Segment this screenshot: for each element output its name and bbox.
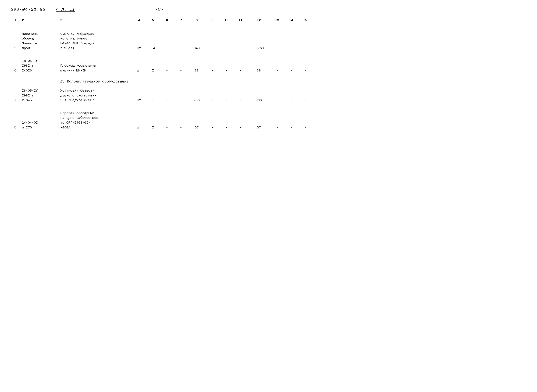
row-6-col10: - [219, 68, 233, 73]
col-header-11: II [233, 18, 247, 23]
row-5-col7: - [174, 46, 188, 51]
row-6-col7: - [174, 68, 188, 73]
doc-page: -8- [155, 7, 164, 12]
row-7-col15: - [298, 98, 312, 103]
row-7-col3: Установка безвоз- душного распылива- ния… [59, 89, 132, 103]
row-8-col7: - [174, 125, 188, 130]
document-header: 503-04-31.85 А л. II -8- [10, 7, 527, 12]
row-num-7: 7 [10, 98, 20, 103]
col-header-14: I4 [284, 18, 298, 23]
row-6-col13: - [270, 68, 284, 73]
row-7-col2: I8-05-IУ I98I г. 2-045 [20, 89, 59, 103]
row-8-col3: Верстак слесарный на одно рабочее мес- т… [59, 111, 132, 130]
row-8-col8: 57 [188, 125, 205, 130]
row-8-col5: I [146, 125, 160, 130]
row-8-unit: шт [132, 125, 146, 130]
row-7-col11: - [233, 98, 247, 103]
row-5-col6: - [160, 46, 174, 51]
row-num-8: 8 [10, 125, 20, 130]
row-5-col9: - [205, 46, 219, 51]
doc-sheet: А л. II [56, 7, 75, 12]
doc-id: 503-04-31.85 [10, 7, 45, 12]
col-header-4: 4 [132, 18, 146, 23]
row-num-5: 5 [10, 46, 20, 51]
col-header-12: I2 [247, 18, 270, 23]
row-8-col14: - [284, 125, 298, 130]
row-7-col13: - [270, 98, 284, 103]
row-5-col5: I4 [146, 46, 160, 51]
row-6-col3: Плоскошлифовальная машинка ШМ-IМ [59, 63, 132, 73]
col-header-9: 9 [205, 18, 219, 23]
row-5-col13: - [270, 46, 284, 51]
col-header-10: IO [219, 18, 233, 23]
row-5-col10: - [219, 46, 233, 51]
row-7-col7: - [174, 98, 188, 103]
row-6-col14: - [284, 68, 298, 73]
row-6-col2: I8-05-IУ I98I г. I-0I6 [20, 59, 59, 73]
row-7-col10: - [219, 98, 233, 103]
row-7-unit: шт [132, 98, 146, 103]
row-5-col12: II760 [247, 46, 270, 51]
col-header-3: 3 [59, 18, 132, 23]
row-5-col3: Сушилка инфракрас- ного излучения НФ-06 … [59, 32, 132, 51]
row-8-col13: - [270, 125, 284, 130]
section-b-header: Б. Вспомогательное оборудование [10, 74, 527, 85]
row-8-col10: - [219, 125, 233, 130]
row-7-col14: - [284, 98, 298, 103]
row-6-col8: 38 [188, 68, 205, 73]
column-headers: I 2 3 4 5 6 7 8 9 IO II I2 I3 I4 I5 [10, 16, 527, 25]
col-header-15: I5 [298, 18, 312, 23]
table-row: 5 Перечень оборуд. Минавто- пром Сушилка… [10, 28, 527, 52]
spacer-1 [10, 25, 527, 28]
col-header-5: 5 [146, 18, 160, 23]
row-7-col5: I [146, 98, 160, 103]
row-8-col6: - [160, 125, 174, 130]
row-8-col2: 24-04-0I п.I70 [20, 120, 59, 130]
row-6-col12: 38 [247, 68, 270, 73]
table-row: 7 I8-05-IУ I98I г. 2-045 Установка безво… [10, 85, 527, 104]
row-6-unit: шт [132, 68, 146, 73]
row-5-col15: - [298, 46, 312, 51]
table-row: 8 24-04-0I п.I70 Верстак слесарный на од… [10, 108, 527, 131]
row-5-col8: 840 [188, 46, 205, 51]
row-5-col2: Перечень оборуд. Минавто- пром [20, 32, 59, 51]
row-5-col14: - [284, 46, 298, 51]
row-7-col12: 790 [247, 98, 270, 103]
section-b-label: Б. Вспомогательное оборудование [59, 79, 129, 84]
row-8-col11: - [233, 125, 247, 130]
row-8-col12: 57 [247, 125, 270, 130]
row-7-col9: - [205, 98, 219, 103]
row-6-col5: I [146, 68, 160, 73]
row-5-unit: шт [132, 46, 146, 51]
row-6-col11: - [233, 68, 247, 73]
col-header-2: 2 [20, 18, 59, 23]
row-8-col15: - [298, 125, 312, 130]
col-header-1: I [10, 18, 20, 23]
row-6-col9: - [205, 68, 219, 73]
row-6-col6: - [160, 68, 174, 73]
spacer-2 [10, 52, 527, 56]
table-row: 6 I8-05-IУ I98I г. I-0I6 Плоскошлифоваль… [10, 56, 527, 75]
col-header-6: 6 [160, 18, 174, 23]
col-header-8: 8 [188, 18, 205, 23]
row-6-col15: - [298, 68, 312, 73]
row-7-col6: - [160, 98, 174, 103]
col-header-13: I3 [270, 18, 284, 23]
row-7-col8: 790 [188, 98, 205, 103]
col-header-7: 7 [174, 18, 188, 23]
row-5-col11: - [233, 46, 247, 51]
row-num-6: 6 [10, 68, 20, 73]
spacer-3 [10, 104, 527, 108]
row-8-col9: - [205, 125, 219, 130]
